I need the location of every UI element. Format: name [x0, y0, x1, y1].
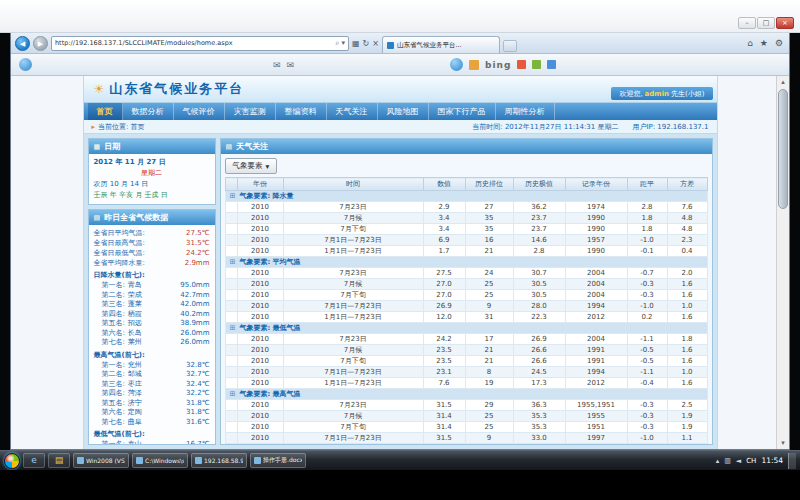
favorites-star-icon[interactable]: ★	[760, 38, 768, 48]
mail-icon[interactable]: ✉	[273, 60, 281, 70]
expand-icon[interactable]: ⊞	[230, 324, 236, 332]
address-dropdown-icon[interactable]: ▾	[341, 39, 345, 47]
table-section-row[interactable]: ⊞气象要素: 最低气温	[225, 323, 707, 334]
table-row[interactable]: 20101月1日—7月23日12.03122.320120.21.6	[225, 312, 707, 323]
weekday-line: 星期二	[94, 168, 210, 179]
taskbar-explorer-icon[interactable]: ▤	[48, 453, 70, 468]
table-row[interactable]: 20107月1日—7月23日31.5933.01997-1.01.1	[225, 433, 707, 444]
nav-item-6[interactable]: 风险地图	[378, 103, 429, 120]
language-indicator[interactable]: CH	[746, 457, 756, 465]
show-desktop-button[interactable]	[788, 453, 796, 469]
rank-label: 第六名:	[102, 329, 125, 339]
expand-icon[interactable]: ⊞	[230, 390, 236, 398]
table-row[interactable]: 20107月23日27.52430.72004-0.72.0	[225, 268, 707, 279]
stop-icon[interactable]: ×	[372, 39, 379, 48]
toolbar-app-icon-1[interactable]	[517, 60, 526, 69]
toolbar-app-icon-3[interactable]	[547, 60, 556, 69]
climate-summary-row: 全省日最高气温:31.5℃	[94, 238, 210, 248]
network-icon[interactable]: ▥	[724, 457, 731, 465]
table-row[interactable]: 20107月候3.43523.719901.84.8	[225, 213, 707, 224]
station-value: 40.2mm	[180, 310, 209, 320]
row-icon-cell	[225, 202, 237, 213]
nav-item-8[interactable]: 周期性分析	[496, 103, 555, 120]
cell: 2010	[237, 411, 283, 422]
cell: -0.4	[627, 378, 667, 389]
cell: 1955,1951	[565, 400, 627, 411]
table-row[interactable]: 20107月下旬27.02530.52004-0.31.6	[225, 290, 707, 301]
table-row[interactable]: 20107月1日—7月23日23.1824.51994-1.11.0	[225, 367, 707, 378]
bing-logo[interactable]: bing	[485, 60, 511, 70]
table-section-row[interactable]: ⊞气象要素: 平均气温	[225, 257, 707, 268]
nav-item-2[interactable]: 气候评价	[174, 103, 225, 120]
taskbar-button-3[interactable]: 操作手册.docx ...	[250, 453, 306, 468]
start-button[interactable]	[4, 453, 20, 469]
close-button[interactable]: ×	[776, 17, 794, 29]
taskbar-ie-icon[interactable]: e	[23, 453, 45, 468]
table-row[interactable]: 20107月候27.02530.52004-0.31.6	[225, 279, 707, 290]
volume-icon[interactable]: ◄	[736, 457, 741, 465]
address-bar[interactable]: http://192.168.137.1/SLCCLIMATE/modules/…	[51, 36, 349, 51]
nav-item-3[interactable]: 灾害监测	[225, 103, 276, 120]
clock[interactable]: 11:54	[761, 456, 783, 465]
nav-item-0[interactable]: 首页	[88, 103, 123, 120]
browser-back-button[interactable]: ◀	[15, 36, 30, 51]
scrollbar-thumb[interactable]	[778, 89, 788, 209]
ranking-item: 第五名:招远38.9mm	[94, 319, 210, 329]
table-section-row[interactable]: ⊞气象要素: 降水量	[225, 191, 707, 202]
cell: 7月1日—7月23日	[283, 301, 423, 312]
nav-item-5[interactable]: 天气关注	[327, 103, 378, 120]
browser-forward-button[interactable]: ▶	[33, 36, 48, 51]
table-row[interactable]: 20107月下旬31.42535.31951-0.31.9	[225, 422, 707, 433]
table-row[interactable]: 20107月1日—7月23日6.91614.61957-1.02.3	[225, 235, 707, 246]
expand-icon[interactable]: ⊞	[230, 192, 236, 200]
table-row[interactable]: 20107月23日2.92736.219742.87.6	[225, 202, 707, 213]
nav-item-7[interactable]: 国家下行产品	[429, 103, 496, 120]
climate-summary-row: 全省日平均气温:27.5℃	[94, 228, 210, 238]
taskbar-button-2[interactable]: 192.168.58.99...	[191, 453, 247, 468]
nav-item-4[interactable]: 整编资料	[276, 103, 327, 120]
minimize-button[interactable]: –	[738, 17, 756, 29]
cell: 12.0	[423, 312, 465, 323]
column-header-1: 时间	[283, 178, 423, 191]
cell: 1994	[565, 301, 627, 312]
taskbar-button-1[interactable]: C:\Windows\s...	[132, 453, 188, 468]
element-dropdown-button[interactable]: 气象要素 ▾	[225, 158, 278, 174]
cell: 2010	[237, 246, 283, 257]
cell: 27.0	[423, 290, 465, 301]
taskbar-button-0[interactable]: Win2008 (VS2...	[73, 453, 129, 468]
table-row[interactable]: 20107月1日—7月23日26.9928.01994-1.01.0	[225, 301, 707, 312]
scroll-up-icon[interactable]: ▴	[777, 76, 789, 88]
refresh-icon[interactable]: ↻	[363, 39, 370, 48]
nav-item-1[interactable]: 数据分析	[123, 103, 174, 120]
maximize-button[interactable]: □	[757, 17, 775, 29]
tools-gear-icon[interactable]: ⚙	[775, 38, 783, 48]
home-icon[interactable]: ⌂	[747, 38, 753, 48]
cell: 1997	[565, 433, 627, 444]
compatibility-view-icon[interactable]: ▦	[352, 39, 360, 48]
expand-icon[interactable]: ⊞	[230, 258, 236, 266]
cell: -1.1	[627, 367, 667, 378]
table-row[interactable]: 20107月23日24.21726.92004-1.11.8	[225, 334, 707, 345]
table-row[interactable]: 20107月下旬23.52126.61991-0.51.6	[225, 356, 707, 367]
mail-icon[interactable]: ✉	[287, 60, 295, 70]
row-icon-cell	[225, 367, 237, 378]
vertical-scrollbar[interactable]: ▴ ▾	[776, 76, 789, 449]
new-tab-button[interactable]	[503, 40, 517, 52]
table-row[interactable]: 20101月1日—7月23日1.7212.81990-0.10.4	[225, 246, 707, 257]
cell: 2010	[237, 290, 283, 301]
tray-show-hidden-icon[interactable]: ▴	[716, 457, 720, 465]
search-icon[interactable]: ⌕	[336, 39, 340, 47]
date-line: 2012 年 11 月 27 日	[94, 157, 210, 168]
table-row[interactable]: 20107月下旬3.43523.719901.84.8	[225, 224, 707, 235]
date-panel-title: 日期	[104, 141, 120, 152]
table-row[interactable]: 20101月1日—7月23日7.61917.32012-0.41.6	[225, 378, 707, 389]
browser-tab[interactable]: 山东省气候业务平台...	[382, 36, 500, 53]
messenger-icon[interactable]	[450, 58, 463, 71]
table-row[interactable]: 20107月候23.52126.61991-0.51.6	[225, 345, 707, 356]
table-section-row[interactable]: ⊞气象要素: 最高气温	[225, 389, 707, 400]
taskbar-button-icon	[195, 457, 202, 464]
scroll-down-icon[interactable]: ▾	[777, 437, 789, 449]
table-row[interactable]: 20107月候31.42535.31955-0.31.9	[225, 411, 707, 422]
toolbar-app-icon-2[interactable]	[532, 60, 541, 69]
table-row[interactable]: 20107月23日31.52936.31955,1951-0.32.5	[225, 400, 707, 411]
